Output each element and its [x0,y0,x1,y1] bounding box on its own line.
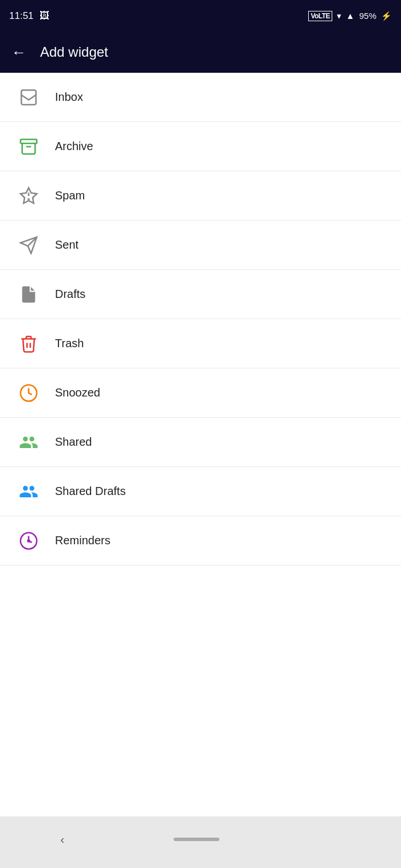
sent-icon [14,230,44,260]
status-bar: 11:51 🖼 VoLTE ▾ ▲ 95% ⚡ [0,0,401,32]
archive-label: Archive [55,140,93,153]
svg-rect-1 [21,139,37,143]
snoozed-icon [14,378,44,408]
list-item-shared[interactable]: Shared [0,418,401,467]
spam-label: Spam [55,189,85,202]
header: ← Add widget [0,32,401,73]
shared-label: Shared [55,435,92,449]
status-icons-area: VoLTE ▾ ▲ 95% ⚡ [308,11,392,21]
shared-icon [14,427,44,457]
inbox-label: Inbox [55,91,83,104]
sent-label: Sent [55,238,78,252]
time-display: 11:51 [9,10,34,22]
shared-drafts-icon [14,477,44,506]
page-title: Add widget [40,44,108,60]
nav-home-pill[interactable] [174,838,219,841]
empty-space [0,565,401,816]
battery-icon: ⚡ [381,11,392,21]
list-item-drafts[interactable]: Drafts [0,270,401,319]
nav-back-button[interactable]: ‹ [49,827,76,852]
nav-bar: ‹ [0,816,401,868]
list-item-inbox[interactable]: Inbox [0,73,401,122]
svg-point-5 [28,198,29,199]
volte-badge: VoLTE [308,11,332,21]
snoozed-label: Snoozed [55,386,100,399]
shared-drafts-label: Shared Drafts [55,485,125,498]
wifi-icon: ▾ [337,11,341,21]
archive-icon [14,132,44,162]
list-item-shared-drafts[interactable]: Shared Drafts [0,467,401,516]
trash-label: Trash [55,337,84,350]
list-item-archive[interactable]: Archive [0,122,401,171]
list-item-spam[interactable]: Spam [0,171,401,221]
inbox-icon [14,83,44,112]
spam-icon [14,181,44,211]
reminders-icon [14,526,44,556]
svg-rect-0 [21,90,36,105]
notification-icon: 🖼 [40,10,49,22]
drafts-icon [14,280,44,309]
list-item-sent[interactable]: Sent [0,221,401,270]
signal-icon: ▲ [346,11,355,21]
list-item-trash[interactable]: Trash [0,319,401,368]
list-item-snoozed[interactable]: Snoozed [0,368,401,418]
drafts-label: Drafts [55,288,85,301]
status-time-area: 11:51 🖼 [9,10,49,22]
list-item-reminders[interactable]: Reminders [0,516,401,565]
reminders-label: Reminders [55,534,111,547]
widget-list: Inbox Archive Spam [0,73,401,816]
trash-icon [14,329,44,359]
back-button[interactable]: ← [11,44,26,61]
battery-text: 95% [359,11,376,21]
svg-point-10 [27,539,30,543]
